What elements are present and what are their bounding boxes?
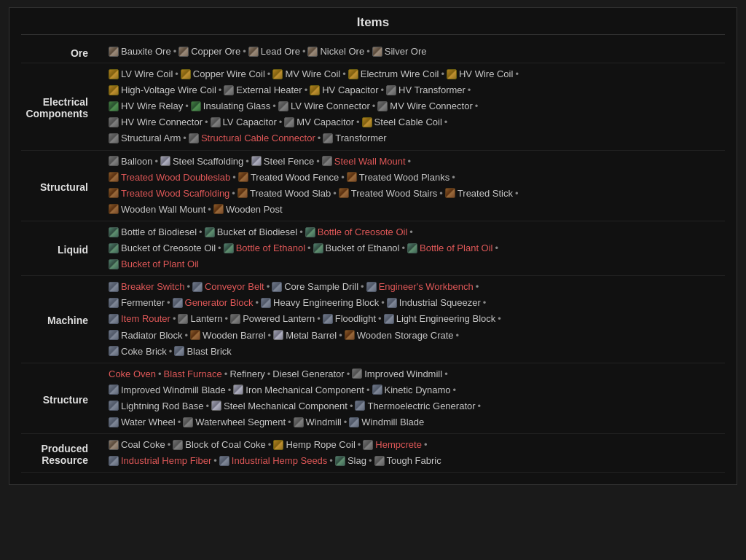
separator: •: [167, 297, 170, 308]
machine-icon: [109, 401, 119, 411]
metal-icon: [273, 330, 283, 340]
separator: •: [213, 455, 217, 466]
category-text-structure: Structure: [43, 391, 98, 406]
list-item: Lead Ore: [248, 46, 300, 57]
separator: •: [183, 133, 186, 143]
list-item: Treated Wood Doubleslab: [109, 172, 230, 183]
machine-icon: [372, 384, 382, 395]
generic-icon: [109, 133, 119, 143]
item-label: Wooden Wall Mount: [121, 204, 205, 215]
separator: •: [347, 368, 350, 379]
separator: •: [361, 281, 364, 292]
generic-icon: [284, 117, 294, 127]
category-text-electrical: Electrical Components: [25, 93, 98, 119]
items-block-structural: Balloon•Steel Scaffolding•Steel Fence•St…: [109, 151, 725, 221]
list-item: Refinery: [229, 368, 264, 379]
item-label: HV Transformer: [398, 84, 466, 95]
separator: •: [228, 384, 232, 395]
wood-icon: [109, 204, 119, 214]
electric-icon: [272, 69, 283, 79]
item-label: Core Sample Drill: [284, 281, 358, 292]
item-label: Improved Windmill: [364, 368, 442, 379]
item-label: Bauxite Ore: [121, 46, 171, 57]
list-item: Windmill Blade: [349, 417, 424, 427]
category-label-structure: Structure: [21, 363, 109, 434]
electric-icon: [109, 85, 119, 95]
item-label: Fermenter: [121, 297, 165, 308]
item-label: Block of Coal Coke: [185, 439, 266, 450]
ore-icon: [248, 47, 259, 57]
item-label: Water Wheel: [121, 417, 176, 427]
item-label: Diesel Generator: [272, 368, 344, 379]
list-item: Heavy Engineering Block: [261, 297, 379, 308]
machine-icon: [109, 456, 119, 466]
electric-icon: [181, 69, 191, 79]
list-item: Coke Brick: [109, 346, 167, 357]
separator: •: [468, 84, 471, 95]
liquid-icon: [407, 243, 417, 253]
separator: •: [232, 172, 236, 183]
category-text-structural: Structural: [40, 178, 98, 193]
separator: •: [305, 84, 308, 95]
item-label: Thermoelectric Generator: [367, 401, 475, 411]
liquid-icon: [224, 243, 234, 253]
list-item: Steel Mechanical Component: [211, 401, 348, 411]
wood-icon: [339, 188, 349, 198]
wood-icon: [213, 204, 224, 214]
list-item: Hempcrete: [363, 439, 422, 450]
metal-icon: [233, 384, 243, 395]
machine-icon: [109, 298, 119, 308]
machine-icon: [192, 282, 203, 292]
electric-icon: [348, 69, 358, 79]
generic-icon: [352, 368, 362, 379]
list-item: Industrial Hemp Seeds: [219, 455, 328, 466]
item-label: LV Wire Connector: [291, 100, 370, 111]
separator: •: [255, 297, 259, 308]
generic-icon: [173, 440, 183, 450]
list-item: Bucket of Creosote Oil: [109, 242, 216, 253]
list-item: Transformer: [323, 133, 386, 143]
separator: •: [205, 401, 209, 411]
category-text-liquid: Liquid: [58, 241, 98, 256]
separator: •: [302, 46, 306, 57]
list-item: Bottle of Ethanol: [224, 242, 305, 253]
item-label: Kinetic Dynamo: [385, 384, 451, 395]
item-label: Treated Wood Fence: [251, 172, 339, 183]
list-item: HV Wire Relay: [109, 100, 183, 111]
generic-icon: [109, 156, 119, 166]
item-label: Iron Mechanical Component: [246, 384, 364, 395]
list-item: Kinetic Dynamo: [372, 384, 451, 395]
items-block-produced: Coal Coke•Block of Coal Coke•Hemp Rope C…: [109, 434, 725, 473]
generic-icon: [278, 101, 288, 111]
liquid-icon: [305, 227, 315, 237]
list-item: Bottle of Plant Oil: [407, 242, 492, 253]
liquid-icon: [205, 227, 215, 237]
separator: •: [185, 330, 189, 341]
item-label: Windmill Blade: [361, 417, 424, 427]
separator: •: [444, 117, 448, 127]
separator: •: [452, 172, 455, 183]
list-item: Wooden Post: [213, 204, 283, 215]
list-item: Improved Windmill: [352, 368, 442, 379]
item-label: Treated Wood Scaffolding: [121, 188, 229, 199]
list-item: Diesel Generator: [272, 368, 344, 379]
item-label: Structural Cable Connector: [201, 133, 315, 143]
list-item: Core Sample Drill: [272, 281, 358, 292]
ore-icon: [178, 47, 189, 57]
items-grid: OreBauxite Ore•Copper Ore•Lead Ore•Nicke…: [21, 41, 725, 473]
generic-icon: [224, 85, 234, 95]
generic-icon: [211, 117, 221, 127]
machine-icon: [384, 314, 394, 324]
list-item: Generator Block: [173, 297, 254, 308]
item-label: Insulating Glass: [203, 100, 271, 111]
separator: •: [341, 172, 345, 183]
separator: •: [208, 204, 211, 215]
list-item: Floodlight: [323, 313, 376, 324]
item-label: Steel Fence: [264, 156, 314, 167]
list-item: Structural Cable Connector: [189, 133, 315, 143]
item-label: Lantern: [190, 313, 222, 324]
list-item: MV Capacitor: [284, 117, 354, 127]
generic-icon: [178, 314, 188, 324]
list-item: HV Capacitor: [310, 84, 378, 95]
machine-icon: [349, 417, 359, 427]
